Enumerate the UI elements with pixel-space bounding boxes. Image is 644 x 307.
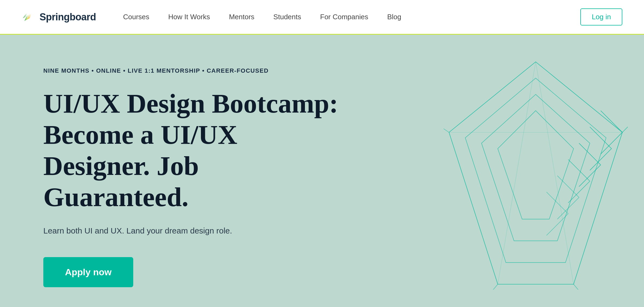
login-button[interactable]: Log in: [580, 8, 622, 25]
svg-marker-8: [465, 78, 606, 263]
svg-line-21: [498, 62, 536, 284]
svg-line-11: [622, 116, 628, 132]
hero-tagline: NINE MONTHS • ONLINE • LIVE 1:1 MENTORSH…: [43, 67, 601, 74]
nav-item-courses[interactable]: Courses: [123, 13, 149, 21]
hero-title: UI/UX Design Bootcamp: Become a UI/UX De…: [43, 88, 341, 213]
navbar: Springboard Courses How It Works Mentors…: [0, 0, 644, 35]
svg-line-13: [484, 284, 498, 290]
nav-item-for-companies[interactable]: For Companies: [320, 13, 368, 21]
nav-item-how-it-works[interactable]: How It Works: [168, 13, 210, 21]
nav-links: Courses How It Works Mentors Students Fo…: [123, 13, 581, 21]
hero-section: NINE MONTHS • ONLINE • LIVE 1:1 MENTORSH…: [0, 35, 644, 307]
svg-line-18: [449, 132, 498, 284]
nav-item-mentors[interactable]: Mentors: [229, 13, 254, 21]
svg-marker-9: [482, 94, 590, 241]
svg-marker-10: [498, 111, 574, 219]
nav-item-blog[interactable]: Blog: [387, 13, 401, 21]
hero-subtitle: Learn both UI and UX. Land your dream de…: [43, 226, 233, 235]
springboard-logo-icon: [22, 10, 36, 24]
svg-line-14: [444, 121, 449, 132]
hero-decoration-graphic: [444, 56, 628, 290]
svg-marker-4: [24, 13, 27, 18]
svg-marker-7: [449, 62, 622, 284]
logo-link[interactable]: Springboard: [22, 10, 96, 24]
logo-text: Springboard: [40, 11, 96, 23]
nav-item-students[interactable]: Students: [273, 13, 301, 21]
apply-now-button[interactable]: Apply now: [43, 257, 133, 287]
svg-line-12: [574, 284, 587, 290]
svg-line-20: [536, 62, 574, 284]
svg-line-16: [574, 132, 622, 284]
